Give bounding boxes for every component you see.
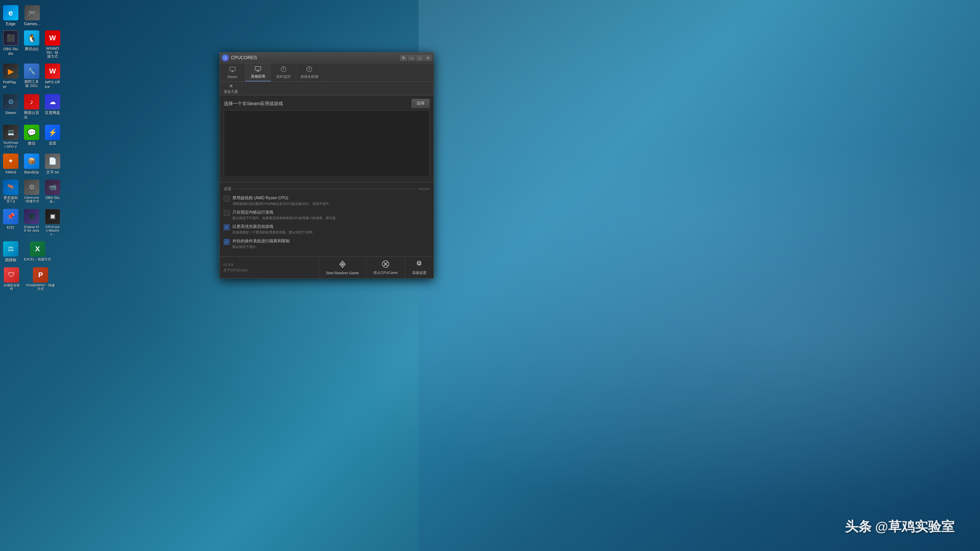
desktop-icon-edge[interactable]: e Edge bbox=[2, 3, 20, 28]
powerpoint-icon: P bbox=[33, 267, 48, 283]
settings-divider bbox=[234, 189, 417, 189]
steam-tab-icon bbox=[229, 66, 236, 74]
desktop-icon-txt[interactable]: 📄 文字.txt bbox=[43, 152, 62, 176]
desktop-icon-cpucores[interactable]: 🔲 CPUCores Maximiz... bbox=[43, 207, 62, 238]
desktop-icon-dingding[interactable]: 📌 钉钉 bbox=[2, 207, 20, 238]
eclipse-label: Eclipse IDE for Java ... bbox=[24, 225, 39, 236]
realtime-tab-icon bbox=[280, 66, 287, 73]
desktop-icon-qiaotiaobi[interactable]: ⚖ 跷跷板 bbox=[2, 240, 20, 264]
desktop-icon-powerpoint[interactable]: P POWERPNT - 快捷方式 bbox=[24, 266, 57, 292]
desktop-icon-games[interactable]: 🎮 Games... bbox=[22, 3, 42, 28]
checkbox-high-priority[interactable] bbox=[224, 224, 229, 230]
setting-kernel-only: 只在指定内核运行游戏 默认情况下不选中。如果要启动单线程或CPU使用最小的游戏，… bbox=[224, 210, 430, 221]
desktop-icon-baidu[interactable]: ☁ 百度网盘 bbox=[43, 93, 62, 121]
tab-detect-label: 游戏头检测 bbox=[301, 75, 318, 79]
setting-high-priority-desc: 给游戏指定一个更高的处理器优先级。默认情况下启用。 bbox=[232, 230, 430, 235]
desktop-icon-steam[interactable]: ⚙ Steam bbox=[2, 93, 20, 121]
non-steam-header: 选择一个非Steam应用或游戏 选择 bbox=[224, 99, 430, 108]
close-button[interactable]: ✕ bbox=[425, 55, 431, 61]
setting-disable-ht: 禁用超线程 (AMD Ryzen CPU) 强制游戏以混分配的CPU内核以及无H… bbox=[224, 195, 430, 206]
desktop-icon-huosuo[interactable]: 🛡 火绳安全软件 bbox=[2, 266, 21, 292]
cpucores-icon: 🔲 bbox=[45, 209, 60, 224]
txt-label: 文字.txt bbox=[46, 170, 59, 175]
games-icon: 🎮 bbox=[24, 5, 40, 21]
maximize-button[interactable]: □ bbox=[416, 55, 423, 61]
select-button[interactable]: 选择 bbox=[412, 99, 430, 108]
desktop-icon-client[interactable]: ⚙ Client.exe - 快捷方式 bbox=[22, 178, 41, 205]
dingding-icon: 📌 bbox=[3, 209, 18, 224]
desktop-icon-qq[interactable]: 🐧 腾讯QQ bbox=[22, 29, 41, 60]
tab-steam[interactable]: Steam bbox=[220, 63, 245, 81]
desktop-icon-potplayer[interactable]: ▶ PotPlayer bbox=[2, 62, 20, 91]
settings-label: 设置 bbox=[224, 186, 231, 191]
desktop-icon-obs2[interactable]: 📹 OBS-Studi... bbox=[43, 178, 62, 205]
svg-rect-6 bbox=[230, 67, 235, 71]
bijiben-icon: 🔧 bbox=[24, 64, 39, 79]
xmind-icon: ✦ bbox=[3, 154, 18, 169]
tab-realtime[interactable]: 应时监控 bbox=[271, 63, 296, 81]
svg-point-13 bbox=[283, 68, 284, 70]
checkbox-disable-ht[interactable] bbox=[224, 196, 229, 202]
desktop-icon-bandizip[interactable]: 📦 Bandizip bbox=[22, 152, 41, 176]
start-random-button[interactable]: Start Random Game bbox=[319, 257, 366, 278]
gear-icon bbox=[415, 260, 424, 270]
qiaotiaobi-icon: ⚖ bbox=[3, 241, 18, 257]
setting-isolate-desc: 默认情况下选中。 bbox=[232, 245, 430, 249]
setting-kernel-only-desc: 默认情况下不选中。如果要启动单线程或CPU使用最小的游戏，请勾选。 bbox=[232, 216, 430, 221]
desktop-icon-wps-word[interactable]: W WINWORD - 快捷方式 bbox=[43, 29, 62, 60]
desktop-icon-163music[interactable]: ♪ 网易云音乐 bbox=[22, 93, 41, 121]
app-icon bbox=[222, 54, 229, 62]
detect-tab-icon bbox=[306, 66, 313, 73]
other-apps-tab-icon bbox=[255, 65, 261, 73]
163music-label: 网易云音乐 bbox=[24, 110, 39, 120]
xmind-label: XMind bbox=[5, 170, 16, 175]
desktop-icon-aiyiyuan[interactable]: 🦘 爱意援助手7.0 bbox=[2, 178, 20, 205]
svg-point-18 bbox=[342, 264, 343, 265]
setting-disable-ht-title: 禁用超线程 (AMD Ryzen CPU) bbox=[232, 195, 430, 201]
checkbox-isolate[interactable] bbox=[224, 239, 229, 245]
bandizip-icon: 📦 bbox=[24, 154, 39, 169]
games-label: Games... bbox=[24, 21, 41, 26]
desktop-icon-eclipse[interactable]: 🌑 Eclipse IDE for Java ... bbox=[22, 207, 41, 238]
baidu-label: 百度网盘 bbox=[45, 110, 60, 115]
desktop-icon-wps[interactable]: W WPS Office bbox=[43, 62, 62, 91]
desktop-icon-bijiben[interactable]: 🔧 图吧工具箱 2021 bbox=[22, 62, 41, 91]
qq-label: 腾讯QQ bbox=[25, 47, 38, 51]
minimize-button[interactable]: — bbox=[408, 55, 415, 61]
desktop-icon-xmind[interactable]: ✦ XMind bbox=[2, 152, 20, 176]
tab-more-plans[interactable]: ✕ 更多方案 bbox=[220, 82, 242, 95]
desktop-icon-techpow[interactable]: 💻 TechPower GPU-Z bbox=[2, 123, 20, 150]
checkbox-kernel-only[interactable] bbox=[224, 210, 229, 216]
wechat-icon: 💬 bbox=[24, 125, 39, 140]
setting-high-priority-title: 以更高优先级启动游戏 bbox=[232, 224, 430, 229]
desktop-icon-wechat[interactable]: 💬 微信 bbox=[22, 123, 41, 150]
restore-button[interactable]: ⧉ bbox=[400, 55, 407, 61]
svg-point-1 bbox=[224, 57, 226, 59]
settings-separator-icon: ═══ bbox=[418, 186, 430, 192]
techpow-label: TechPower GPU-Z bbox=[3, 141, 18, 148]
edge-label: Edge bbox=[6, 21, 15, 26]
bottom-bar: v1.9.9 关于CPUCores Start Random Game bbox=[220, 256, 434, 278]
tab-more-plans-label: 更多方案 bbox=[224, 89, 238, 94]
settings-header: 设置 ═══ bbox=[224, 186, 430, 192]
tab-detect[interactable]: 游戏头检测 bbox=[296, 63, 323, 81]
tab-other-apps-label: 其他应用 bbox=[251, 74, 265, 79]
potplayer-label: PotPlayer bbox=[3, 80, 18, 89]
qq-icon: 🐧 bbox=[24, 30, 39, 46]
steam-app-icon: ⚙ bbox=[3, 94, 18, 110]
stop-label: 停止CPUCores bbox=[373, 271, 398, 275]
obs-icon: ⬛ bbox=[3, 30, 18, 46]
advanced-settings-button[interactable]: 高级设置 bbox=[405, 257, 434, 278]
bijiben-label: 图吧工具箱 2021 bbox=[24, 80, 39, 88]
stop-cpucores-button[interactable]: 停止CPUCores bbox=[366, 257, 405, 278]
desktop-background bbox=[0, 0, 980, 551]
version-text: v1.9.9 bbox=[223, 262, 315, 267]
desktop-icon-excel[interactable]: X EXCEL - 快捷方式 bbox=[22, 240, 52, 264]
dingding-label: 钉钉 bbox=[7, 225, 14, 230]
powerpoint-label: POWERPNT - 快捷方式 bbox=[25, 284, 56, 291]
aiyiyuan-label: 爱意援助手7.0 bbox=[3, 196, 18, 204]
tab-other-apps[interactable]: 其他应用 bbox=[245, 63, 271, 81]
desktop-icon-xunlei[interactable]: ⚡ 迅雷 bbox=[43, 123, 62, 150]
desktop-icon-obs[interactable]: ⬛ OBS Studio bbox=[2, 29, 20, 60]
txt-icon: 📄 bbox=[45, 154, 60, 169]
